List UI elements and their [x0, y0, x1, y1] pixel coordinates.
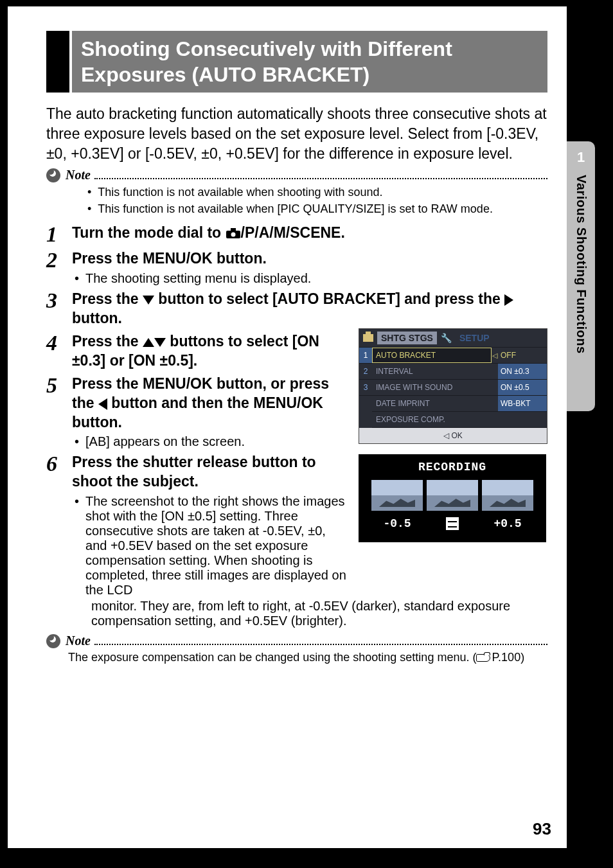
step-number: 3 — [46, 290, 72, 328]
step: 3 Press the button to select [AUTO BRACK… — [46, 290, 547, 328]
note-bullet: This function is not available when shoo… — [98, 184, 382, 200]
ev-center-icon — [427, 517, 478, 533]
up-arrow-icon — [143, 338, 154, 347]
step: 5 Press the MENU/OK button, or press the… — [46, 375, 348, 450]
thumbnail — [482, 480, 533, 511]
page-heading: Shooting Consecutively with Different Ex… — [46, 31, 547, 93]
step-substep: The screenshot to the right shows the im… — [72, 494, 348, 598]
note-heading: Note — [46, 633, 547, 648]
lcd-menu-value: WB-BKT — [498, 396, 547, 411]
page-number: 93 — [533, 819, 551, 839]
step-title: Press the button to select [AUTO BRACKET… — [72, 290, 547, 328]
section-number: 1 — [577, 149, 585, 166]
page-title: Shooting Consecutively with Different Ex… — [72, 31, 547, 93]
svg-point-2 — [231, 233, 235, 237]
lcd-menu-item: EXPOSURE COMP. — [372, 412, 498, 427]
step-title: Press the buttons to select [ON ±0.3] or… — [72, 332, 348, 371]
step: 2 Press the MENU/OK button. The shooting… — [46, 249, 547, 286]
section-label: Various Shooting Functions — [574, 175, 589, 354]
lcd-tab-inactive: SETUP — [456, 332, 493, 344]
note-icon — [46, 168, 60, 182]
lcd-tabs: SHTG STGS 🔧 SETUP — [359, 329, 547, 348]
lcd-menu-value: OFF — [498, 348, 547, 363]
lcd-menu-item: DATE IMPRINT — [372, 396, 498, 411]
step-number: 6 — [46, 453, 72, 598]
note-heading: Note — [46, 168, 547, 182]
left-arrow-icon — [98, 398, 107, 410]
note-bullets: This function is not available when shoo… — [87, 184, 547, 217]
step-title: Press the MENU/OK button, or press the b… — [72, 375, 348, 432]
note-icon — [46, 634, 60, 648]
lcd-tab-active: SHTG STGS — [377, 332, 437, 344]
section-tab: 1 Various Shooting Functions — [567, 141, 595, 411]
lcd-footer: ◁ OK — [359, 428, 547, 443]
recording-title: RECORDING — [418, 461, 486, 474]
step-substep: [AB] appears on the screen. — [72, 434, 348, 449]
lcd-menu-item: INTERVAL — [372, 364, 498, 379]
step-number: 4 — [46, 332, 72, 371]
note-label: Note — [66, 168, 91, 182]
note-bullet: This function is not available when [PIC… — [98, 200, 493, 217]
intro-paragraph: The auto bracketing function automatical… — [46, 104, 547, 164]
lcd-menu-item: IMAGE WITH SOUND — [372, 380, 498, 395]
thumbnail — [427, 480, 478, 511]
svg-rect-1 — [231, 228, 236, 231]
wrench-icon: 🔧 — [441, 333, 452, 343]
step: 6 Press the shutter release button to sh… — [46, 453, 348, 598]
camera-icon — [363, 334, 373, 342]
camera-icon — [226, 225, 241, 244]
note-text: The exposure compensation can be changed… — [68, 650, 547, 666]
lcd-menu-screenshot: SHTG STGS 🔧 SETUP 1 2 3 AUTO BRACKET◁OFF… — [359, 328, 547, 444]
step: 1 Turn the mode dial to /P/A/M/SCENE. — [46, 224, 547, 245]
lcd-menu-item: AUTO BRACKET — [372, 348, 492, 363]
right-arrow-icon — [504, 294, 513, 306]
thumbnail — [371, 480, 423, 511]
step-title: Press the shutter release button to shoo… — [72, 453, 348, 492]
down-arrow-icon — [154, 338, 166, 347]
step-number: 5 — [46, 375, 72, 450]
note-label: Note — [66, 633, 91, 648]
ev-value: -0.5 — [371, 517, 423, 533]
recording-thumbnails — [371, 480, 533, 511]
recording-values: -0.5 +0.5 — [359, 517, 546, 533]
step-substep-continuation: monitor. They are, from left to right, a… — [91, 599, 547, 628]
ev-value: +0.5 — [482, 517, 533, 533]
step: 4 Press the buttons to select [ON ±0.3] … — [46, 332, 348, 371]
lcd-menu-list: AUTO BRACKET◁OFF INTERVALON ±0.3 IMAGE W… — [372, 348, 547, 428]
manual-page: 1 Various Shooting Functions Shooting Co… — [8, 6, 567, 848]
step-title: Press the MENU/OK button. — [72, 249, 547, 269]
step-substep: The shooting setting menu is displayed. — [72, 271, 547, 286]
pointing-hand-icon — [476, 653, 490, 663]
exposure-icon — [446, 517, 459, 530]
lcd-page-numbers: 1 2 3 — [359, 348, 372, 428]
note-dash-rule — [94, 637, 547, 645]
lcd-menu-value: ON ±0.5 — [498, 380, 547, 395]
down-arrow-icon — [143, 296, 154, 305]
note-dash-rule — [94, 172, 547, 179]
step-number: 2 — [46, 249, 72, 286]
lcd-menu-value: ON ±0.3 — [498, 364, 547, 379]
step-number: 1 — [46, 224, 72, 245]
left-indicator-icon: ◁ — [492, 348, 498, 363]
step-title: Turn the mode dial to /P/A/M/SCENE. — [72, 224, 547, 244]
heading-bar — [46, 31, 69, 93]
recording-preview: RECORDING -0.5 +0.5 — [359, 454, 546, 542]
